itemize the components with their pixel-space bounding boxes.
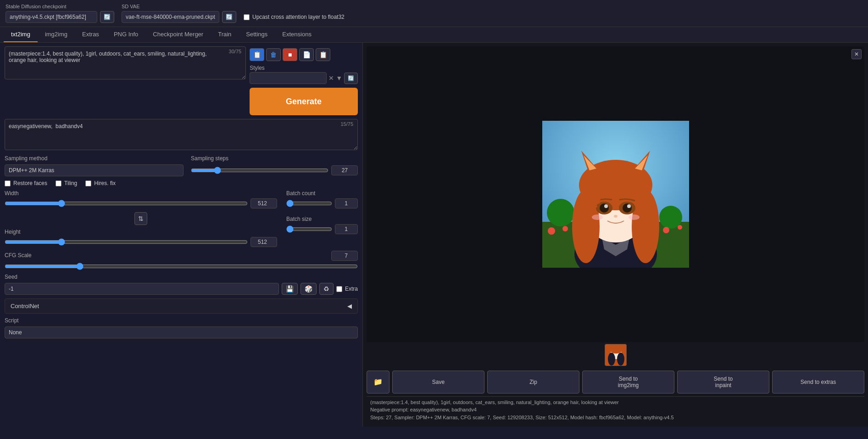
sampling-method-block: Sampling method DPM++ 2M Karras — [5, 155, 184, 176]
copy-btn[interactable]: 📄 — [299, 48, 314, 61]
svg-point-31 — [617, 353, 624, 366]
restore-faces-checkbox[interactable] — [5, 180, 11, 186]
tiling-label: Tiling — [64, 180, 77, 186]
folder-btn[interactable]: 📁 — [367, 371, 389, 394]
vae-label: SD VAE — [122, 4, 236, 9]
paste2-btn[interactable]: 📋 — [316, 48, 330, 61]
hires-fix-checkbox[interactable] — [85, 180, 91, 186]
seed-save-btn[interactable]: 💾 — [282, 283, 298, 295]
batch-count-slider[interactable] — [286, 200, 332, 207]
svg-point-25 — [592, 214, 603, 220]
left-panel: 30/75 (masterpiece:1.4, best quality), 1… — [0, 43, 362, 427]
tab-settings[interactable]: Settings — [239, 27, 275, 42]
sampling-steps-block: Sampling steps — [191, 155, 358, 175]
swap-dimensions-btn[interactable]: ⇅ — [134, 212, 147, 225]
tab-train[interactable]: Train — [211, 27, 239, 42]
sampling-method-dropdown[interactable]: DPM++ 2M Karras — [5, 164, 184, 176]
svg-point-30 — [608, 353, 615, 366]
checkpoint-section: Stable Diffusion checkpoint anything-v4.… — [6, 4, 114, 23]
sampling-row: Sampling method DPM++ 2M Karras Sampling… — [5, 155, 358, 176]
restore-faces-label: Restore faces — [13, 180, 47, 186]
seed-reuse-btn[interactable]: 🎲 — [300, 283, 317, 295]
sampling-steps-slider[interactable] — [191, 167, 328, 174]
height-slider[interactable] — [5, 238, 248, 246]
styles-refresh-btn[interactable]: 🔄 — [344, 73, 358, 84]
tab-checkpoint-merger[interactable]: Checkpoint Merger — [145, 27, 211, 42]
svg-point-4 — [548, 227, 555, 235]
sampling-steps-label: Sampling steps — [191, 155, 358, 162]
controlnet-label: ControlNet — [11, 303, 39, 310]
height-row: Height — [5, 229, 277, 247]
script-dropdown[interactable]: None — [5, 326, 358, 338]
svg-point-20 — [600, 203, 609, 213]
width-label: Width — [5, 190, 277, 197]
height-input[interactable] — [250, 237, 277, 247]
vae-refresh-btn[interactable]: 🔄 — [222, 11, 236, 23]
thumbnail-item[interactable] — [605, 344, 627, 366]
checkboxes-row: Restore faces Tiling Hires. fix — [5, 180, 358, 186]
save-btn[interactable]: Save — [392, 371, 484, 394]
tiling-checkbox[interactable] — [56, 180, 61, 186]
hires-fix-checkbox-row: Hires. fix — [85, 180, 116, 186]
svg-point-17 — [632, 190, 659, 263]
generate-btn[interactable]: Generate — [250, 88, 358, 115]
styles-clear-btn[interactable]: ✕ — [328, 74, 334, 82]
clear-prompt-btn[interactable]: 🗑 — [266, 48, 281, 61]
negative-prompt-input[interactable]: easynegativenew, badhandv4 — [5, 119, 358, 150]
batch-size-input[interactable] — [335, 224, 358, 234]
tab-txt2img[interactable]: txt2img — [4, 27, 38, 42]
batch-count-label: Batch count — [286, 190, 358, 197]
checkpoint-refresh-btn[interactable]: 🔄 — [100, 11, 114, 23]
upcast-checkbox[interactable] — [244, 14, 250, 20]
extra-checkbox[interactable] — [336, 286, 342, 292]
wh-block: Width ⇅ Height — [5, 190, 277, 247]
upcast-checkbox-row: Upcast cross attention layer to float32 — [244, 14, 345, 20]
thumbnail-row — [367, 342, 864, 368]
styles-input[interactable] — [250, 72, 327, 84]
zip-btn[interactable]: Zip — [487, 371, 579, 394]
send-inpaint-btn[interactable]: Send toinpaint — [677, 371, 769, 394]
red-btn[interactable]: ■ — [283, 48, 297, 61]
info-positive-prompt: (masterpiece:1.4, best quality), 1girl, … — [370, 399, 861, 406]
info-bar: (masterpiece:1.4, best quality), 1girl, … — [367, 396, 864, 423]
svg-point-7 — [678, 225, 682, 230]
batch-size-row: Batch size — [286, 216, 358, 234]
tab-extensions[interactable]: Extensions — [275, 27, 319, 42]
cfg-scale-input[interactable] — [331, 251, 358, 261]
height-label: Height — [5, 229, 277, 235]
batch-count-row: Batch count — [286, 190, 358, 208]
tab-png-info[interactable]: PNG Info — [106, 27, 145, 42]
dimensions-row: Width ⇅ Height — [5, 190, 358, 247]
main-layout: 30/75 (masterpiece:1.4, best quality), 1… — [0, 43, 868, 427]
paste-btn[interactable]: 📋 — [250, 48, 264, 61]
svg-point-22 — [604, 204, 608, 208]
tab-extras[interactable]: Extras — [75, 27, 106, 42]
cfg-scale-slider[interactable] — [5, 263, 358, 270]
styles-dropdown-btn[interactable]: ▼ — [336, 74, 342, 82]
seed-refresh-btn[interactable]: ♻ — [319, 283, 334, 295]
seed-label: Seed — [5, 274, 358, 280]
svg-point-3 — [659, 206, 682, 229]
extra-label: Extra — [345, 286, 358, 292]
tab-img2img[interactable]: img2img — [38, 27, 75, 42]
positive-prompt-input[interactable]: (masterpiece:1.4, best quality), 1girl, … — [5, 46, 246, 79]
script-section: Script None — [5, 317, 358, 338]
controlnet-section[interactable]: ControlNet ◀ — [5, 298, 358, 314]
close-image-btn[interactable]: ✕ — [851, 49, 862, 59]
sampling-steps-input[interactable] — [331, 165, 358, 175]
hires-fix-label: Hires. fix — [94, 180, 116, 186]
vae-dropdown[interactable]: vae-ft-mse-840000-ema-pruned.ckpt — [122, 11, 219, 23]
width-input[interactable] — [250, 198, 277, 208]
batch-size-slider[interactable] — [286, 225, 332, 233]
send-extras-btn[interactable]: Send to extras — [772, 371, 864, 394]
generated-image — [542, 121, 689, 268]
seed-input[interactable] — [5, 283, 279, 295]
checkpoint-dropdown[interactable]: anything-v4.5.ckpt [fbcf965a62] — [6, 11, 97, 23]
tabs-bar: txt2img img2img Extras PNG Info Checkpoi… — [0, 27, 868, 43]
width-slider[interactable] — [5, 200, 248, 207]
send-img2img-btn[interactable]: Send toimg2img — [582, 371, 674, 394]
svg-point-21 — [623, 203, 632, 213]
svg-point-23 — [627, 204, 631, 208]
batch-count-input[interactable] — [335, 198, 358, 208]
svg-point-24 — [614, 215, 618, 218]
